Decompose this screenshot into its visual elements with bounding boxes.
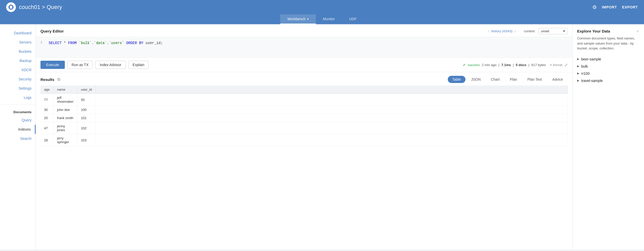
col-empty (96, 86, 567, 94)
sidebar-item-query[interactable]: Query (0, 116, 36, 125)
sidebar-item-buckets[interactable]: Buckets (0, 47, 36, 56)
explain-button[interactable]: Explain (128, 61, 149, 69)
tab-plan[interactable]: Plan (505, 76, 522, 83)
sidebar-item-dashboard[interactable]: Dashboard (0, 28, 36, 38)
sidebar-item-servers[interactable]: Servers (0, 38, 36, 47)
cell-age: 20 (40, 114, 53, 122)
chevron-right-icon: ▶ (577, 72, 579, 75)
cell-age: 77 (40, 94, 53, 106)
import-button[interactable]: IMPORT (602, 5, 617, 9)
tab-advice[interactable]: Advice (548, 76, 568, 83)
status-docs: 5 docs (516, 63, 526, 67)
cell-name: jenny jones (53, 122, 77, 134)
svg-point-2 (10, 7, 12, 9)
cell-age: 28 (40, 134, 53, 146)
cell-user_id: 103 (77, 134, 96, 146)
results-tabs: Table JSON Chart Plan Plan Text Advice (448, 76, 568, 83)
copy-icon[interactable]: ⧉ (57, 77, 60, 82)
cell-user_id: 102 (77, 122, 96, 134)
right-panel: Explore Your Data ⤢ Common document type… (572, 24, 644, 250)
context-label: context (524, 29, 535, 33)
explore-desc: Common document types, field names, and … (577, 36, 639, 51)
sidebar-item-indexes[interactable]: Indexes (0, 125, 36, 134)
results-table: age name user_id 77jeff shoemaker5030joh… (40, 86, 568, 146)
sidebar-item-search[interactable]: Search (0, 134, 36, 143)
cell-user_id: 100 (77, 106, 96, 114)
checkmark-icon: ✔ (463, 63, 466, 67)
cell-empty (96, 94, 567, 106)
table-row: 20frank smith101 (40, 114, 568, 122)
cell-empty (96, 122, 567, 134)
history-nav: ‹ history (43/43) › (488, 29, 516, 33)
status-bytes: 617 bytes (531, 63, 546, 67)
table-row: 30john doe100 (40, 106, 568, 114)
results-area: Results ⧉ Table JSON Chart Plan Plan Tex… (36, 72, 572, 250)
explore-header: Explore Your Data ⤢ (577, 29, 639, 33)
history-next-icon[interactable]: › (514, 29, 516, 33)
status-ms: 7.1ms (501, 63, 511, 67)
tab-workbench[interactable]: Workbench ▾ (280, 14, 316, 24)
chevron-right-icon: ▶ (577, 79, 579, 82)
sidebar-item-xdcr[interactable]: XDCR (0, 65, 36, 75)
top-header: couch01 > Query ⚙ IMPORT EXPORT (0, 0, 644, 14)
table-row: 47jenny jones102 (40, 122, 568, 134)
explore-item-travel-sample[interactable]: ▶ travel-sample (577, 77, 639, 84)
tab-bar: Workbench ▾ Monitor UDF (0, 14, 644, 24)
gear-icon[interactable]: ⚙ (592, 4, 597, 10)
tab-udf[interactable]: UDF (342, 14, 364, 24)
query-editor-header: Query Editor ‹ history (43/43) › context… (36, 24, 572, 37)
chevron-right-icon: ▶ (577, 57, 579, 61)
table-row: 77jeff shoemaker50 (40, 94, 568, 106)
execute-button[interactable]: Execute (40, 61, 65, 69)
tab-chart[interactable]: Chart (486, 76, 504, 83)
tab-monitor[interactable]: Monitor (316, 14, 342, 24)
status-time: 2 min ago (482, 63, 496, 67)
tab-plan-text[interactable]: Plan Text (523, 76, 547, 83)
format-icon: ≡ (550, 63, 552, 67)
explore-item-bulk[interactable]: ▶ bulk (577, 63, 639, 70)
history-prev-icon[interactable]: ‹ (488, 29, 489, 33)
col-user-id: user_id (77, 86, 96, 94)
status-area: ✔ success 2 min ago | 7.1ms | 5 docs | 6… (463, 62, 568, 67)
sidebar-documents-section: Documents (0, 107, 36, 116)
run-as-tx-button[interactable]: Run as TX (67, 61, 93, 69)
header-actions: ⚙ IMPORT EXPORT (592, 4, 638, 10)
line-number: 1 (40, 40, 45, 44)
expand-panel-icon[interactable]: ⤢ (636, 29, 639, 33)
code-line: SELECT * FROM `bulk`.`data`.`users` ORDE… (49, 40, 163, 46)
chevron-down-icon: ▾ (307, 17, 309, 21)
action-bar: Execute Run as TX Index Advisor Explain … (36, 58, 572, 72)
logo-icon (6, 2, 16, 12)
sidebar-item-logs[interactable]: Logs (0, 93, 36, 102)
results-title: Results (40, 77, 54, 82)
cell-name: jerry springer (53, 134, 77, 146)
content-area: Query Editor ‹ history (43/43) › context… (36, 24, 644, 250)
cell-user_id: 50 (77, 94, 96, 106)
status-success: success (468, 63, 480, 67)
index-advisor-button[interactable]: Index Advisor (95, 61, 126, 69)
sidebar-item-settings[interactable]: Settings (0, 84, 36, 93)
cell-name: john doe (53, 106, 77, 114)
explore-item-beer-sample[interactable]: ▶ beer-sample (577, 56, 639, 63)
chevron-right-icon: ▶ (577, 65, 579, 68)
code-editor[interactable]: 1 SELECT * FROM `bulk`.`data`.`users` OR… (36, 37, 572, 58)
history-link[interactable]: history (43/43) (491, 29, 512, 33)
tab-json[interactable]: JSON (466, 76, 485, 83)
tab-table[interactable]: Table (448, 76, 465, 83)
results-header: Results ⧉ Table JSON Chart Plan Plan Tex… (40, 72, 568, 86)
cell-empty (96, 134, 567, 146)
sidebar-item-security[interactable]: Security (0, 75, 36, 84)
expand-button[interactable]: ⤢ (564, 62, 568, 67)
header-title: couch01 > Query (19, 4, 62, 11)
context-select[interactable]: unset beer-sample bulk rr100 travel-samp… (539, 28, 568, 34)
cell-empty (96, 106, 567, 114)
cell-empty (96, 114, 567, 122)
export-button[interactable]: EXPORT (622, 5, 638, 9)
explore-title: Explore Your Data (577, 29, 610, 33)
explore-item-rr100[interactable]: ▶ rr100 (577, 70, 639, 77)
query-panel: Query Editor ‹ history (43/43) › context… (36, 24, 572, 250)
format-button[interactable]: ≡ format (550, 63, 562, 67)
table-row: 28jerry springer103 (40, 134, 568, 146)
sidebar-item-backup[interactable]: Backup (0, 56, 36, 65)
cell-name: frank smith (53, 114, 77, 122)
